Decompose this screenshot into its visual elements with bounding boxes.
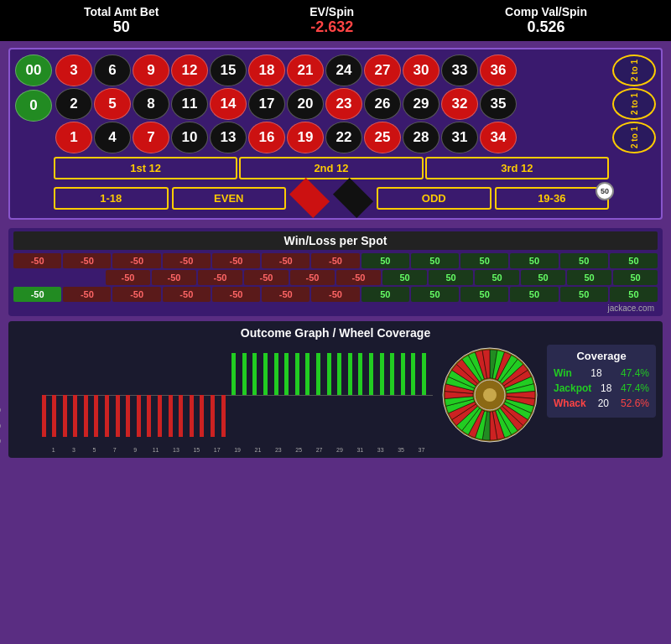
number-12[interactable]: 12 bbox=[171, 55, 208, 86]
number-1[interactable]: 1 bbox=[55, 122, 92, 153]
bar-fill-30 bbox=[358, 353, 362, 395]
x-label-19: 19 bbox=[227, 447, 247, 453]
dozen-3rd[interactable]: 3rd 12 bbox=[425, 157, 609, 179]
number-5[interactable]: 5 bbox=[94, 88, 131, 120]
winloss-row-2: -50 -50 -50 -50 -50 -50 50 50 50 50 50 5… bbox=[13, 270, 658, 285]
coverage-win-label: Win bbox=[554, 367, 572, 379]
number-36[interactable]: 36 bbox=[480, 55, 517, 86]
number-2[interactable]: 2 bbox=[55, 88, 92, 120]
winloss-row-1: -50 -50 -50 -50 -50 -50 -50 50 50 50 50 … bbox=[13, 253, 658, 268]
coverage-table: Coverage Win 18 47.4% Jackpot 18 47.4% W… bbox=[547, 345, 656, 418]
number-31[interactable]: 31 bbox=[441, 122, 478, 153]
bar-fill-16 bbox=[211, 395, 215, 437]
bar-fill-2 bbox=[63, 395, 67, 437]
diamond-red-container[interactable] bbox=[289, 183, 330, 213]
svg-point-2 bbox=[483, 388, 497, 402]
bar-fill-19 bbox=[242, 353, 247, 395]
bet-even[interactable]: EVEN bbox=[172, 187, 287, 210]
number-7[interactable]: 7 bbox=[133, 122, 169, 153]
bar-fill-0 bbox=[42, 395, 46, 437]
number-27[interactable]: 27 bbox=[364, 55, 401, 86]
coverage-win-pct: 47.4% bbox=[621, 367, 649, 379]
dozen-2nd[interactable]: 2nd 12 bbox=[239, 157, 423, 179]
number-13[interactable]: 13 bbox=[210, 122, 247, 153]
bar-fill-23 bbox=[284, 353, 289, 395]
bar-5 bbox=[95, 345, 98, 445]
number-20[interactable]: 20 bbox=[287, 88, 324, 120]
diamond-black-container[interactable] bbox=[333, 183, 373, 213]
x-label-25: 25 bbox=[289, 447, 309, 453]
coverage-whack-label: Whack bbox=[554, 397, 586, 409]
side-bet-row2[interactable]: 2 to 1 bbox=[612, 88, 656, 120]
bar-fill-1 bbox=[52, 395, 56, 437]
bar-fill-8 bbox=[126, 395, 130, 437]
coverage-win-count: 18 bbox=[590, 367, 601, 379]
number-21[interactable]: 21 bbox=[287, 55, 324, 86]
number-19[interactable]: 19 bbox=[287, 122, 324, 153]
number-22[interactable]: 22 bbox=[325, 122, 362, 153]
number-0[interactable]: 0 bbox=[15, 90, 52, 122]
x-label-9: 9 bbox=[126, 447, 145, 453]
zero-cells: 00 0 bbox=[15, 55, 52, 153]
comp-val-spin-label: Comp Val/Spin bbox=[505, 5, 587, 18]
bar-fill-15 bbox=[200, 395, 204, 437]
number-11[interactable]: 11 bbox=[171, 88, 208, 120]
number-10[interactable]: 10 bbox=[171, 122, 208, 153]
number-00[interactable]: 00 bbox=[15, 55, 52, 86]
bar-6 bbox=[106, 345, 109, 445]
number-29[interactable]: 29 bbox=[403, 88, 440, 120]
x-label-23: 23 bbox=[268, 447, 288, 453]
bar-fill-3 bbox=[73, 395, 77, 437]
number-24[interactable]: 24 bbox=[325, 55, 362, 86]
x-label-5: 5 bbox=[85, 447, 104, 453]
bar-fill-9 bbox=[137, 395, 141, 437]
bar-4 bbox=[84, 345, 87, 445]
bar-fill-36 bbox=[422, 353, 426, 395]
total-amt-bet: Total Amt Bet 50 bbox=[84, 5, 159, 36]
numbers-row-1: 3 6 9 12 15 18 21 24 27 30 33 36 bbox=[55, 55, 609, 86]
number-17[interactable]: 17 bbox=[248, 88, 285, 120]
bar-21 bbox=[263, 345, 267, 445]
bar-9 bbox=[137, 345, 140, 445]
number-23[interactable]: 23 bbox=[325, 88, 362, 120]
dozen-1st[interactable]: 1st 12 bbox=[54, 157, 237, 179]
number-16[interactable]: 16 bbox=[248, 122, 285, 153]
number-18[interactable]: 18 bbox=[248, 55, 285, 86]
bar-33 bbox=[391, 345, 394, 445]
bet-1-18[interactable]: 1-18 bbox=[54, 187, 169, 210]
number-15[interactable]: 15 bbox=[210, 55, 247, 86]
bet-19-36[interactable]: 19-36 50 bbox=[495, 187, 610, 210]
x-label-15: 15 bbox=[187, 447, 206, 453]
number-8[interactable]: 8 bbox=[133, 88, 169, 120]
number-9[interactable]: 9 bbox=[133, 55, 169, 86]
number-4[interactable]: 4 bbox=[94, 122, 131, 153]
number-3[interactable]: 3 bbox=[55, 55, 92, 86]
number-14[interactable]: 14 bbox=[210, 88, 247, 120]
number-6[interactable]: 6 bbox=[94, 55, 131, 86]
number-35[interactable]: 35 bbox=[480, 88, 517, 120]
wl-r3c6: -50 bbox=[262, 287, 309, 302]
side-bet-row3[interactable]: 2 to 1 bbox=[612, 122, 656, 153]
side-bet-row1[interactable]: 2 to 1 bbox=[612, 55, 656, 86]
bar-fill-31 bbox=[369, 353, 373, 395]
wl-r3c8: 50 bbox=[362, 287, 409, 302]
number-25[interactable]: 25 bbox=[364, 122, 401, 153]
coverage-whack-count: 20 bbox=[598, 397, 609, 409]
number-34[interactable]: 34 bbox=[480, 122, 517, 153]
total-amt-bet-label: Total Amt Bet bbox=[84, 5, 159, 18]
watermark: jackace.com bbox=[13, 304, 658, 313]
total-amt-bet-value: 50 bbox=[84, 18, 159, 36]
bar-fill-21 bbox=[263, 353, 268, 395]
wl-r3c13: 50 bbox=[610, 287, 658, 302]
bar-fill-5 bbox=[94, 395, 98, 437]
number-30[interactable]: 30 bbox=[403, 55, 440, 86]
bet-odd[interactable]: ODD bbox=[377, 187, 492, 210]
number-33[interactable]: 33 bbox=[441, 55, 478, 86]
bar-fill-12 bbox=[169, 395, 173, 437]
bar-20 bbox=[253, 345, 257, 445]
wl-r2c3: -50 bbox=[106, 270, 150, 285]
number-26[interactable]: 26 bbox=[364, 88, 401, 120]
wl-r3c5: -50 bbox=[212, 287, 260, 302]
number-28[interactable]: 28 bbox=[403, 122, 440, 153]
number-32[interactable]: 32 bbox=[441, 88, 478, 120]
